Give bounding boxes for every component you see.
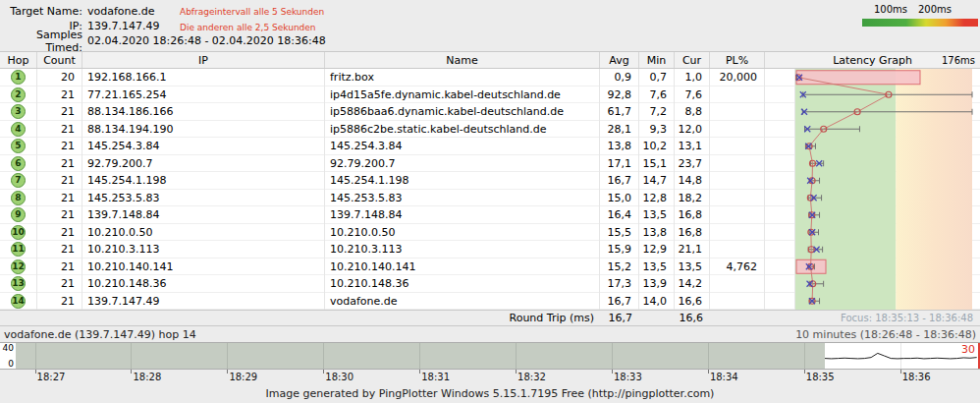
ip-cell: 92.79.200.7 [82,155,325,173]
cur-cell: 14,2 [675,275,710,293]
count-cell: 21 [37,86,82,104]
count-cell: 21 [37,206,82,224]
round-trip-cur: 16,6 [675,311,710,325]
scale-marker-label: 30 [961,343,975,356]
spacer-cell [765,121,795,139]
min-cell: 15,1 [639,155,675,173]
col-header-min[interactable]: Min [639,52,675,68]
ip-value: 139.7.147.49 [87,20,159,32]
col-header-pl[interactable]: PL% [710,52,765,68]
min-cell: 12,9 [639,241,675,259]
col-header-name[interactable]: Name [325,52,600,68]
round-trip-label: Round Trip (ms) [0,311,600,325]
count-cell: 21 [37,224,82,242]
count-cell: 21 [37,121,82,139]
timeline-title: vodafone.de (139.7.147.49) hop 14 [4,328,196,341]
target-name-value[interactable]: vodafone.de [87,5,155,18]
timeline-gridline [419,343,420,369]
ip-cell: 88.134.186.166 [82,103,325,121]
spacer-cell [765,241,795,259]
cur-cell: 1,0 [675,69,710,86]
col-header-hop[interactable]: Hop [0,52,37,68]
cur-cell: 16,8 [675,224,710,242]
min-cell: 0,7 [639,69,675,86]
pl-cell: 20,000 [710,69,765,86]
pl-cell [710,103,765,121]
table-body: 1 20 192.168.166.1 fritz.box 0,9 0,7 1,0… [0,69,980,310]
hop-badge: 1 [11,70,26,85]
timeline-canvas[interactable] [16,343,977,369]
timeline-gridline [804,343,805,369]
hop-badge: 6 [11,156,26,171]
cur-cell: 21,1 [675,241,710,259]
samples-timed-label: Samples Timed: [0,29,82,54]
min-cell: 13,9 [639,275,675,293]
spacer-cell [765,86,795,104]
time-label: 18:32 [516,372,546,382]
col-header-cur[interactable]: Cur [675,52,710,68]
avg-cell: 0,9 [600,69,639,86]
col-header-avg[interactable]: Avg [600,52,639,68]
count-cell: 21 [37,138,82,155]
hop-badge: 10 [11,225,26,240]
ip-cell: 10.210.3.113 [82,241,325,259]
time-label: 18:27 [35,372,66,382]
avg-cell: 92,8 [600,86,639,104]
count-cell: 21 [37,241,82,259]
spacer-cell [765,206,795,224]
col-header-ip[interactable]: IP [82,52,325,68]
ip-cell: 10.210.140.141 [82,259,325,276]
count-cell: 21 [37,190,82,207]
legend-200ms-label: 200ms [918,4,952,15]
hop-badge: 2 [11,87,26,102]
pl-cell [710,206,765,224]
avg-cell: 13,8 [600,138,639,155]
pl-cell [710,121,765,139]
time-label: 18:34 [708,372,738,382]
spacer-cell [765,293,795,311]
pl-cell [710,190,765,207]
hop-badge: 3 [11,104,26,119]
ip-cell: 10.210.148.36 [82,275,325,293]
cur-cell: 13,5 [675,259,710,276]
count-cell: 21 [37,275,82,293]
hop-badge: 12 [11,259,26,274]
col-header-latency-graph[interactable]: Latency Graph 176ms [765,52,980,68]
avg-cell: 16,7 [600,293,639,311]
cur-cell: 18,2 [675,190,710,207]
cur-cell: 14,8 [675,172,710,190]
cur-cell: 8,8 [675,103,710,121]
hop-badge: 13 [11,276,26,291]
count-cell: 21 [37,259,82,276]
pingplotter-window: Target Name: vodafone.de IP: 139.7.147.4… [0,0,980,403]
count-cell: 21 [37,293,82,311]
min-cell: 7,2 [639,103,675,121]
hop-badge: 4 [11,122,26,137]
cur-cell: 12,0 [675,121,710,139]
ip-cell: 192.168.166.1 [82,69,325,86]
timeline-gridline [900,343,901,369]
latency-graph[interactable] [795,69,980,310]
timeline-gridline [35,343,36,369]
time-label: 18:29 [227,372,257,382]
legend-100ms-label: 100ms [874,4,907,15]
timeline-gridline [708,343,709,369]
timeline-gridline [131,343,132,369]
min-cell: 9,3 [639,121,675,139]
avg-cell: 15,9 [600,241,639,259]
pl-cell [710,172,765,190]
avg-cell: 15,5 [600,224,639,242]
name-cell: 145.254.1.198 [325,172,600,190]
name-cell: 92.79.200.7 [325,155,600,173]
min-cell: 13,5 [639,259,675,276]
cur-cell: 13,1 [675,138,710,155]
avg-cell: 16,4 [600,206,639,224]
timeline-xaxis: 18:2718:2818:2918:3018:3118:3218:3318:34… [0,370,980,384]
trace-table-header: Hop Count IP Name Avg Min Cur PL% Latenc… [0,51,980,69]
min-cell: 13,8 [639,224,675,242]
samples-timed-value: 02.04.2020 18:26:48 - 02.04.2020 18:36:4… [87,34,326,47]
timeline-range-label: 10 minutes (18:26:48 - 18:36:48) [795,328,976,341]
timeline-header: vodafone.de (139.7.147.49) hop 14 10 min… [0,326,980,342]
timeline-plot[interactable]: 40 0 30 [0,342,980,370]
col-header-count[interactable]: Count [37,52,82,68]
